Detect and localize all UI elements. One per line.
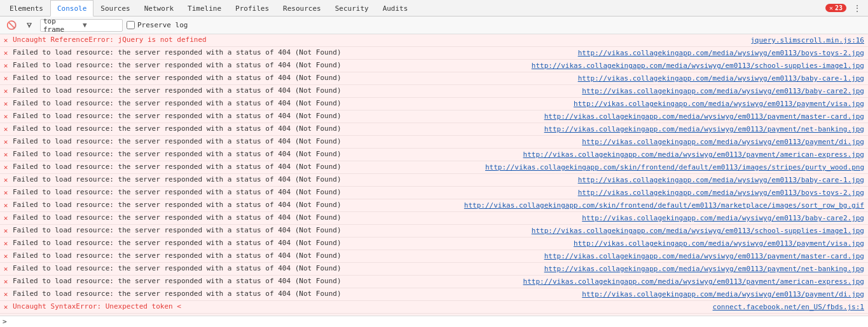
preserve-log-checkbox[interactable] <box>127 21 135 29</box>
console-row-url[interactable]: http://vikas.collagekingapp.com/media/wy… <box>582 213 868 224</box>
tab-security[interactable]: Security <box>328 0 376 17</box>
console-row: ✕Uncaught ReferenceError: jQuery is not … <box>0 34 868 47</box>
console-row: ✕Failed to load resource: the server res… <box>0 263 868 276</box>
error-row-icon: ✕ <box>0 162 11 173</box>
console-row-message: Failed to load resource: the server resp… <box>11 289 582 299</box>
console-row-url[interactable]: http://vikas.collagekingapp.com/skin/fro… <box>485 162 868 173</box>
console-row-message: Failed to load resource: the server resp… <box>11 175 578 185</box>
console-row-message: Failed to load resource: the server resp… <box>11 213 582 223</box>
console-row-url[interactable]: http://vikas.collagekingapp.com/media/wy… <box>544 124 868 135</box>
error-count: 23 <box>835 4 843 11</box>
error-row-icon: ✕ <box>0 48 11 58</box>
console-row-url[interactable]: http://vikas.collagekingapp.com/media/wy… <box>523 276 868 287</box>
console-row: ✕Failed to load resource: the server res… <box>0 149 868 161</box>
console-row-message: Failed to load resource: the server resp… <box>11 124 544 134</box>
console-row: ✕Failed to load resource: the server res… <box>0 136 868 149</box>
console-row: ✕Failed to load resource: the server res… <box>0 72 868 85</box>
console-row-message: Failed to load resource: the server resp… <box>11 98 574 109</box>
console-row-message: Failed to load resource: the server resp… <box>11 111 544 121</box>
console-row-url[interactable]: www.googletagmanager.com/gtm.js?id=GTM-N… <box>662 314 868 316</box>
console-row-url[interactable]: http://vikas.collagekingapp.com/media/wy… <box>532 225 868 236</box>
console-row-message: Failed to load resource: the server resp… <box>11 200 464 210</box>
error-row-icon: ✕ <box>0 276 11 287</box>
console-row-url[interactable]: http://vikas.collagekingapp.com/media/wy… <box>544 251 868 262</box>
console-row-message: Failed to load resource: the server resp… <box>11 60 532 70</box>
console-row: ✕Failed to load resource: the server res… <box>0 98 868 110</box>
console-row-message: Uncaught #<Object> <box>11 314 662 316</box>
error-row-icon: ✕ <box>0 86 11 97</box>
console-row-url[interactable]: http://vikas.collagekingapp.com/media/wy… <box>578 187 868 198</box>
tab-resources[interactable]: Resources <box>276 0 328 17</box>
tab-console[interactable]: Console <box>50 0 93 17</box>
error-row-icon: ✕ <box>0 98 11 109</box>
console-row: ✕Failed to load resource: the server res… <box>0 187 868 199</box>
console-row-url[interactable]: http://vikas.collagekingapp.com/media/wy… <box>582 137 868 147</box>
console-row: ✕Failed to load resource: the server res… <box>0 288 868 301</box>
error-row-icon: ✕ <box>0 251 11 262</box>
console-row-url[interactable]: http://vikas.collagekingapp.com/media/wy… <box>523 149 868 160</box>
console-row-url[interactable]: http://vikas.collagekingapp.com/media/wy… <box>544 264 868 274</box>
error-row-icon: ✕ <box>0 213 11 224</box>
console-content: ✕Uncaught ReferenceError: jQuery is not … <box>0 34 868 316</box>
tab-bar-right: ✕ 23 ⋮ <box>825 2 868 15</box>
console-row-url[interactable]: http://vikas.collagekingapp.com/media/wy… <box>574 98 868 109</box>
console-row-url[interactable]: http://vikas.collagekingapp.com/media/wy… <box>532 60 868 71</box>
tab-profiles[interactable]: Profiles <box>228 0 276 17</box>
error-row-icon: ✕ <box>0 264 11 274</box>
console-row-url[interactable]: http://vikas.collagekingapp.com/media/wy… <box>578 48 868 58</box>
console-input-row: > <box>0 316 868 327</box>
clear-console-icon[interactable]: 🚫 <box>4 19 19 31</box>
frame-selector-label: top frame <box>43 17 80 34</box>
console-row-message: Failed to load resource: the server resp… <box>11 48 578 58</box>
console-row-url[interactable]: http://vikas.collagekingapp.com/media/wy… <box>578 175 868 185</box>
console-row: ✕Failed to load resource: the server res… <box>0 161 868 174</box>
console-row-message: Failed to load resource: the server resp… <box>11 276 523 286</box>
console-row-url[interactable]: jquery.slimscroll.min.js:16 <box>750 35 868 46</box>
tab-audits[interactable]: Audits <box>376 0 415 17</box>
error-row-icon: ✕ <box>0 289 11 300</box>
more-options-icon[interactable]: ⋮ <box>850 2 864 15</box>
frame-selector-arrow: ▼ <box>83 21 120 29</box>
console-row: ✕Uncaught #<Object>www.googletagmanager.… <box>0 314 868 316</box>
console-row-message: Failed to load resource: the server resp… <box>11 187 578 197</box>
console-row-url[interactable]: http://vikas.collagekingapp.com/skin/fro… <box>464 200 868 211</box>
error-row-icon: ✕ <box>0 238 11 249</box>
tab-elements[interactable]: Elements <box>3 0 50 17</box>
console-row-message: Uncaught ReferenceError: jQuery is not d… <box>11 35 750 45</box>
console-row: ✕Failed to load resource: the server res… <box>0 110 868 123</box>
error-row-icon: ✕ <box>0 35 11 46</box>
preserve-log-label[interactable]: Preserve log <box>127 21 188 29</box>
console-row: ✕Failed to load resource: the server res… <box>0 47 868 60</box>
error-row-icon: ✕ <box>0 137 11 147</box>
console-row: ✕Failed to load resource: the server res… <box>0 276 868 288</box>
console-row-url[interactable]: http://vikas.collagekingapp.com/media/wy… <box>574 238 868 249</box>
console-row-url[interactable]: http://vikas.collagekingapp.com/media/wy… <box>578 73 868 84</box>
console-input-field[interactable] <box>10 317 865 326</box>
console-row: ✕Failed to load resource: the server res… <box>0 212 868 225</box>
console-row-message: Failed to load resource: the server resp… <box>11 251 544 261</box>
error-row-icon: ✕ <box>0 314 11 316</box>
console-row-message: Failed to load resource: the server resp… <box>11 225 532 236</box>
tab-network[interactable]: Network <box>137 0 181 17</box>
console-row-url[interactable]: http://vikas.collagekingapp.com/media/wy… <box>544 111 868 122</box>
error-row-icon: ✕ <box>0 73 11 84</box>
console-row: ✕Failed to load resource: the server res… <box>0 199 868 212</box>
tab-sources[interactable]: Sources <box>93 0 137 17</box>
console-row: ✕Failed to load resource: the server res… <box>0 250 868 263</box>
filter-icon[interactable]: ⛛ <box>23 19 36 31</box>
console-row-message: Failed to load resource: the server resp… <box>11 238 574 248</box>
error-row-icon: ✕ <box>0 111 11 122</box>
console-row: ✕Failed to load resource: the server res… <box>0 123 868 136</box>
console-row: ✕Failed to load resource: the server res… <box>0 174 868 187</box>
console-row-message: Failed to load resource: the server resp… <box>11 149 523 159</box>
frame-selector[interactable]: top frame ▼ <box>40 19 123 32</box>
console-row-url[interactable]: connect.facebook.net/en_US/fbds.js:1 <box>713 302 868 312</box>
console-row: ✕Failed to load resource: the server res… <box>0 225 868 237</box>
console-row-url[interactable]: http://vikas.collagekingapp.com/media/wy… <box>582 86 868 97</box>
tab-timeline[interactable]: Timeline <box>181 0 228 17</box>
tab-bar: Elements Console Sources Network Timelin… <box>0 0 868 17</box>
error-badge: ✕ 23 <box>825 4 846 12</box>
console-prompt: > <box>3 317 10 326</box>
error-row-icon: ✕ <box>0 225 11 236</box>
console-row-url[interactable]: http://vikas.collagekingapp.com/media/wy… <box>582 289 868 300</box>
